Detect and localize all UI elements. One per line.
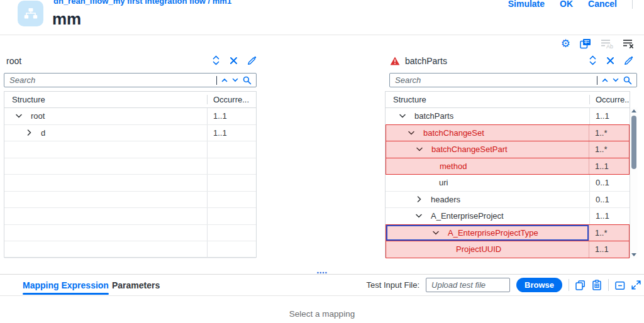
search-prev-icon[interactable]	[221, 78, 228, 82]
page-header: dn_rean_iflow_my first integration flow …	[0, 0, 644, 35]
scrollbar-thumb[interactable]	[631, 116, 636, 169]
test-input-file-field[interactable]	[426, 278, 510, 292]
expand-collapse-icon[interactable]	[589, 55, 597, 65]
chevron-down-icon[interactable]	[399, 114, 406, 118]
test-input-label: Test Input File:	[366, 280, 419, 290]
source-structure-panel: root	[4, 54, 257, 258]
table-row[interactable]: batchChangeSet 1..*	[386, 124, 630, 142]
remove-structure-icon[interactable]	[230, 57, 238, 65]
chevron-down-icon[interactable]	[15, 114, 23, 118]
divider	[608, 279, 609, 291]
chevron-down-icon[interactable]	[408, 131, 415, 135]
empty-row	[4, 225, 256, 242]
chevron-down-icon[interactable]	[415, 214, 423, 218]
table-row[interactable]: root 1..1	[4, 108, 256, 125]
table-row[interactable]: method 1..1	[386, 158, 630, 175]
edit-structure-icon[interactable]	[624, 56, 633, 65]
source-structure-table: Structure Occurre... root 1..1 d 1..1	[4, 91, 257, 258]
chevron-down-icon[interactable]	[416, 147, 423, 151]
table-header: Structure Occurre...	[386, 92, 630, 108]
empty-row	[4, 208, 256, 225]
empty-row	[4, 241, 256, 258]
column-occurrence: Occurre...	[207, 95, 256, 104]
mapping-toolbar: ⚙ Ab	[560, 38, 635, 50]
search-icon[interactable]	[623, 76, 632, 85]
scroll-up-icon[interactable]	[631, 109, 636, 112]
empty-row	[4, 158, 256, 175]
table-row[interactable]: batchChangeSetPart 1..*	[386, 141, 630, 158]
table-row[interactable]: A_EnterpriseProject 1..1	[386, 208, 630, 225]
header-actions: Simulate OK Cancel	[508, 0, 633, 9]
tab-mapping-expression[interactable]: Mapping Expression	[23, 275, 109, 296]
table-row[interactable]: uri 0..1	[386, 175, 630, 192]
table-row[interactable]: ProjectUUID 1..1	[386, 241, 630, 258]
mapping-canvas: ⚙ Ab root	[0, 35, 644, 270]
edit-structure-icon[interactable]	[247, 56, 257, 65]
search-icon[interactable]	[243, 76, 252, 85]
ok-button[interactable]: OK	[560, 0, 573, 9]
table-row[interactable]: batchParts 1..1	[386, 108, 630, 125]
minimize-icon[interactable]	[615, 280, 625, 290]
column-structure: Structure	[386, 95, 589, 104]
search-prev-icon[interactable]	[602, 78, 608, 82]
source-panel-title: root	[6, 56, 21, 66]
target-panel-title: batchParts	[390, 56, 447, 66]
table-header: Structure Occurre...	[4, 92, 256, 108]
column-structure: Structure	[4, 95, 207, 104]
mapping-settings-icon[interactable]: ⚙	[560, 38, 571, 50]
table-row[interactable]: d 1..1	[4, 125, 256, 142]
empty-row	[4, 175, 256, 192]
chevron-down-icon[interactable]	[432, 231, 440, 235]
divider	[569, 279, 569, 291]
table-row[interactable]: headers 0..1	[386, 192, 630, 209]
source-search-input[interactable]	[4, 75, 216, 85]
copy-icon[interactable]	[575, 280, 586, 290]
search-next-icon[interactable]	[232, 78, 238, 82]
simulate-button[interactable]: Simulate	[508, 0, 545, 9]
cancel-button[interactable]: Cancel	[588, 0, 617, 9]
empty-row	[4, 141, 256, 158]
target-structure-panel: batchParts	[385, 54, 630, 258]
expand-collapse-icon[interactable]	[212, 55, 220, 65]
tab-parameters[interactable]: Parameters	[112, 275, 160, 296]
source-search	[4, 73, 257, 87]
mapping-artifact-avatar	[18, 1, 43, 26]
clear-mapping-icon[interactable]	[622, 38, 635, 50]
empty-row	[4, 192, 256, 209]
breadcrumb[interactable]: dn_rean_iflow_my first integration flow …	[53, 0, 231, 6]
header-divider	[632, 0, 633, 9]
expand-icon[interactable]	[631, 280, 641, 290]
chevron-right-icon[interactable]	[415, 196, 423, 202]
chevron-right-icon[interactable]	[25, 129, 33, 136]
search-separator	[597, 76, 598, 85]
show-annotations-icon[interactable]: Ab	[600, 38, 614, 50]
target-search	[389, 73, 637, 87]
remove-structure-icon[interactable]	[606, 57, 614, 65]
table-row-selected[interactable]: A_EnterpriseProjectType 1..*	[386, 224, 630, 242]
sitemap-icon	[24, 8, 38, 19]
target-search-input[interactable]	[390, 75, 597, 85]
paste-icon[interactable]	[592, 280, 602, 290]
browse-button[interactable]: Browse	[516, 278, 562, 292]
search-separator	[216, 76, 218, 85]
duplicate-subtree-icon[interactable]	[579, 38, 592, 50]
scroll-down-icon[interactable]	[631, 253, 636, 256]
search-next-icon[interactable]	[613, 78, 619, 82]
bottom-tabstrip: Mapping Expression Parameters Test Input…	[0, 274, 644, 296]
warning-icon	[390, 57, 400, 65]
page-title: mm	[52, 9, 81, 29]
target-structure-table: Structure Occurre... batchParts 1..1 bat…	[385, 91, 630, 258]
test-input-cluster: Test Input File: Browse	[366, 278, 641, 292]
svg-text:Ab: Ab	[606, 43, 613, 49]
target-scrollbar[interactable]	[630, 107, 638, 258]
column-occurrence: Occurre...	[589, 95, 630, 104]
mapping-empty-state: Select a mapping	[0, 309, 644, 319]
